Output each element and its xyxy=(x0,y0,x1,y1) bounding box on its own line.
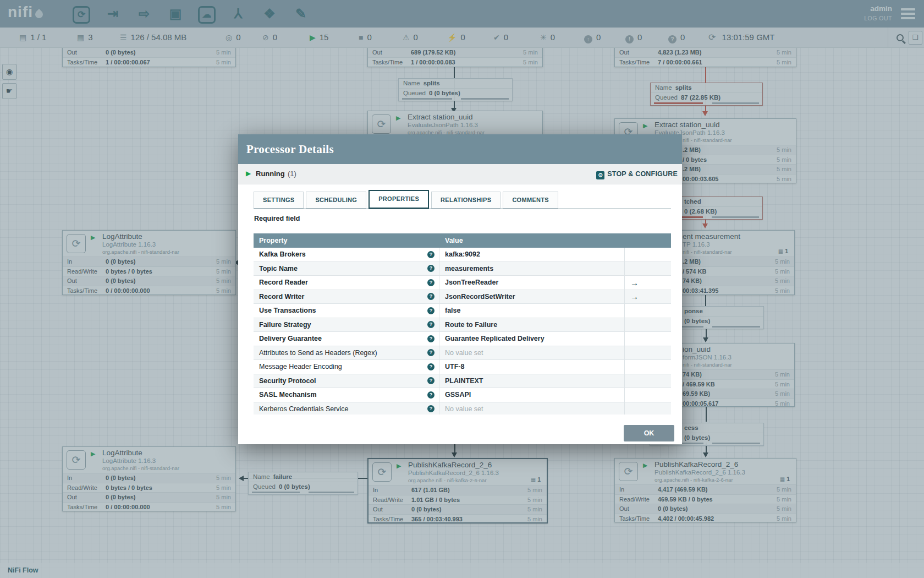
property-name-cell: Use Transactions? xyxy=(254,304,439,318)
property-value-cell: PLAINTEXT xyxy=(439,374,625,388)
property-actions-cell xyxy=(625,402,671,415)
property-actions-cell xyxy=(625,248,671,261)
property-value-cell: Guarantee Replicated Delivery xyxy=(439,332,625,346)
property-name: Record Reader xyxy=(259,279,308,286)
property-actions-cell xyxy=(625,346,671,360)
running-status-count: (1) xyxy=(288,164,296,184)
actions-column-header xyxy=(625,233,671,248)
property-row: Record Reader?JsonTreeReader→ xyxy=(254,276,671,290)
value-column-header: Value xyxy=(439,233,625,248)
help-icon[interactable]: ? xyxy=(427,391,435,399)
property-name: Failure Strategy xyxy=(259,321,311,329)
property-name-cell: Attributes to Send as Headers (Regex)? xyxy=(254,346,439,360)
property-name: Kerberos Credentials Service xyxy=(259,405,349,413)
property-name: Use Transactions xyxy=(259,307,316,314)
running-status-label: Running xyxy=(256,164,285,184)
property-name: Record Writer xyxy=(259,293,304,301)
property-name-cell: Kafka Brokers? xyxy=(254,248,439,261)
processor-details-dialog: Processor Details ▶ Running (1) ⚙STOP & … xyxy=(238,134,682,444)
property-value-cell: UTF-8 xyxy=(439,360,625,374)
property-name: Attributes to Send as Headers (Regex) xyxy=(259,349,377,357)
property-value-cell: measurements xyxy=(439,262,625,276)
property-name-cell: SASL Mechanism? xyxy=(254,388,439,402)
property-name: Security Protocol xyxy=(259,377,316,385)
property-actions-cell xyxy=(625,262,671,276)
go-to-service-icon[interactable]: → xyxy=(625,278,639,287)
property-row: SASL Mechanism?GSSAPI xyxy=(254,388,671,402)
property-value-cell: No value set xyxy=(439,346,625,360)
property-row: Failure Strategy?Route to Failure xyxy=(254,318,671,332)
property-value-cell: JsonRecordSetWriter xyxy=(439,290,625,304)
property-name: Message Header Encoding xyxy=(259,363,342,370)
property-value-cell: false xyxy=(439,304,625,318)
gear-icon: ⚙ xyxy=(596,171,604,179)
dialog-tabs: SETTINGSSCHEDULINGPROPERTIESRELATIONSHIP… xyxy=(254,191,671,209)
property-name-cell: Record Writer? xyxy=(254,290,439,304)
property-row: Topic Name?measurements xyxy=(254,262,671,276)
property-name-cell: Kerberos Credentials Service? xyxy=(254,402,439,415)
property-value-cell: GSSAPI xyxy=(439,388,625,402)
help-icon[interactable]: ? xyxy=(427,349,435,356)
properties-table-body: Kafka Brokers?kafka:9092Topic Name?measu… xyxy=(254,248,671,415)
help-icon[interactable]: ? xyxy=(427,251,435,258)
property-name-cell: Record Reader? xyxy=(254,276,439,290)
property-actions-cell xyxy=(625,360,671,374)
help-icon[interactable]: ? xyxy=(427,377,435,384)
property-name-cell: Topic Name? xyxy=(254,262,439,276)
property-value-cell: Route to Failure xyxy=(439,318,625,332)
help-icon[interactable]: ? xyxy=(427,363,435,370)
tab-scheduling[interactable]: SCHEDULING xyxy=(306,192,366,209)
property-actions-cell: → xyxy=(625,290,671,304)
property-actions-cell: → xyxy=(625,276,671,290)
property-actions-cell xyxy=(625,388,671,402)
property-actions-cell xyxy=(625,332,671,346)
tab-properties[interactable]: PROPERTIES xyxy=(369,190,429,209)
property-row: Record Writer?JsonRecordSetWriter→ xyxy=(254,290,671,304)
tab-relationships[interactable]: RELATIONSHIPS xyxy=(431,192,501,209)
dialog-footer: OK xyxy=(238,422,682,444)
stop-and-configure-button[interactable]: ⚙STOP & CONFIGURE xyxy=(596,164,678,184)
property-value-cell: kafka:9092 xyxy=(439,248,625,261)
stop-and-configure-label: STOP & CONFIGURE xyxy=(607,170,678,178)
help-icon[interactable]: ? xyxy=(427,321,435,328)
property-row: Delivery Guarantee?Guarantee Replicated … xyxy=(254,332,671,346)
properties-table-header: Property Value xyxy=(254,233,671,248)
property-row: Attributes to Send as Headers (Regex)?No… xyxy=(254,346,671,361)
dialog-status-bar: ▶ Running (1) ⚙STOP & CONFIGURE xyxy=(238,164,682,184)
dialog-header: Processor Details xyxy=(238,134,682,164)
properties-table: Property Value Kafka Brokers?kafka:9092T… xyxy=(254,233,671,415)
tab-settings[interactable]: SETTINGS xyxy=(254,192,304,209)
help-icon[interactable]: ? xyxy=(427,405,435,412)
property-row: Security Protocol?PLAINTEXT xyxy=(254,374,671,389)
property-name-cell: Delivery Guarantee? xyxy=(254,332,439,346)
property-name: Delivery Guarantee xyxy=(259,335,322,342)
help-icon[interactable]: ? xyxy=(427,265,435,272)
property-row: Use Transactions?false xyxy=(254,304,671,318)
property-name-cell: Message Header Encoding? xyxy=(254,360,439,374)
help-icon[interactable]: ? xyxy=(427,307,435,314)
property-name: Topic Name xyxy=(259,265,298,272)
required-field-label: Required field xyxy=(254,215,300,222)
property-name: Kafka Brokers xyxy=(259,250,306,258)
property-name: SASL Mechanism xyxy=(259,391,317,399)
property-actions-cell xyxy=(625,318,671,332)
help-icon[interactable]: ? xyxy=(427,293,435,300)
running-status-icon: ▶ xyxy=(246,170,251,177)
nifi-app: nifi ⟳⇥⇨▣☁⅄❖✎ admin LOG OUT ⟳ 13:01:59 G… xyxy=(0,0,924,578)
property-actions-cell xyxy=(625,374,671,388)
help-icon[interactable]: ? xyxy=(427,335,435,342)
property-row: Message Header Encoding?UTF-8 xyxy=(254,360,671,374)
dialog-title: Processor Details xyxy=(246,134,334,164)
property-name-cell: Security Protocol? xyxy=(254,374,439,388)
ok-button[interactable]: OK xyxy=(624,425,674,441)
property-name-cell: Failure Strategy? xyxy=(254,318,439,332)
property-value-cell: JsonTreeReader xyxy=(439,276,625,290)
property-actions-cell xyxy=(625,304,671,318)
property-value-cell: No value set xyxy=(439,402,625,415)
property-row: Kafka Brokers?kafka:9092 xyxy=(254,248,671,262)
tab-comments[interactable]: COMMENTS xyxy=(503,192,558,209)
property-column-header: Property xyxy=(254,233,439,248)
property-row: Kerberos Credentials Service?No value se… xyxy=(254,402,671,415)
go-to-service-icon[interactable]: → xyxy=(625,292,639,301)
help-icon[interactable]: ? xyxy=(427,279,435,286)
